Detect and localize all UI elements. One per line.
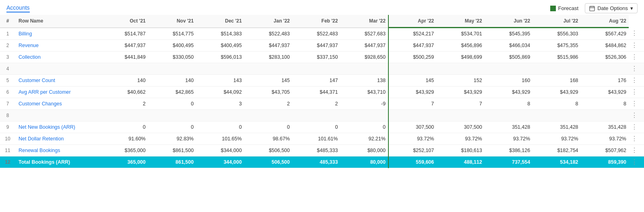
row-value: $43,710 [340, 86, 388, 98]
row-actions[interactable]: ⋮ [629, 110, 644, 121]
date-options-label: Date Options [597, 5, 628, 11]
row-value: 351,428 [533, 121, 580, 133]
row-actions[interactable]: ⋮ [629, 40, 644, 51]
row-value: $861,500 [148, 145, 196, 156]
row-value: $514,383 [196, 28, 244, 40]
kebab-menu-button[interactable]: ⋮ [629, 76, 640, 84]
row-name[interactable]: Total Bookings (ARR) [15, 156, 100, 168]
accounts-link[interactable]: Accounts [6, 4, 30, 12]
row-value: 80,000 [340, 156, 388, 168]
row-value: $498,699 [436, 51, 484, 63]
row-name[interactable]: Billing [15, 28, 100, 40]
row-name-link[interactable]: Renewal Bookings [19, 148, 60, 153]
row-name-link[interactable]: Net New Bookings (ARR) [19, 124, 75, 130]
row-value [292, 63, 340, 75]
row-value [581, 110, 629, 121]
row-name-link[interactable]: Revenue [19, 43, 39, 48]
kebab-menu-button[interactable]: ⋮ [629, 146, 640, 154]
table-row: 5Customer Count1401401431451471381451521… [0, 75, 644, 86]
row-name[interactable]: Avg ARR per Customer [15, 86, 100, 98]
kebab-menu-button[interactable]: ⋮ [629, 135, 640, 143]
row-value: 488,112 [436, 156, 484, 168]
row-value: 8 [581, 98, 629, 110]
row-number: 9 [0, 121, 15, 133]
row-number: 7 [0, 98, 15, 110]
row-value [100, 63, 148, 75]
row-value [244, 110, 292, 121]
date-options-button[interactable]: Date Options ▾ [585, 3, 638, 13]
col-oct21: Oct '21 [100, 15, 148, 28]
forecast-badge: Forecast [550, 5, 579, 11]
row-actions[interactable]: ⋮ [629, 28, 644, 40]
row-value [148, 63, 196, 75]
row-name-link[interactable]: Customer Count [19, 78, 55, 83]
row-name-link[interactable]: Total Bookings (ARR) [19, 159, 70, 165]
data-table: # Row Name Oct '21 Nov '21 Dec '21 Jan '… [0, 15, 644, 168]
row-value: $522,483 [292, 28, 340, 40]
row-value: 143 [196, 75, 244, 86]
row-actions[interactable]: ⋮ [629, 133, 644, 145]
row-name-link[interactable]: Avg ARR per Customer [19, 89, 71, 95]
row-value: $386,126 [485, 145, 533, 156]
row-value: 101.61% [292, 133, 340, 145]
row-actions[interactable]: ⋮ [629, 51, 644, 63]
row-value: 93.72% [388, 133, 436, 145]
row-actions[interactable]: ⋮ [629, 156, 644, 168]
row-actions[interactable]: ⋮ [629, 98, 644, 110]
row-number: 3 [0, 51, 15, 63]
row-value: 3 [196, 98, 244, 110]
row-name[interactable]: Revenue [15, 40, 100, 51]
row-number: 10 [0, 133, 15, 145]
row-value: 7 [436, 98, 484, 110]
row-name-link[interactable]: Net Dollar Retention [19, 136, 64, 142]
kebab-menu-button[interactable]: ⋮ [629, 53, 640, 61]
header-bar: Accounts Forecast Date Options ▾ [0, 0, 644, 15]
row-value: $596,013 [196, 51, 244, 63]
row-name-link[interactable]: Billing [19, 31, 32, 37]
row-name[interactable]: Renewal Bookings [15, 145, 100, 156]
row-actions[interactable]: ⋮ [629, 145, 644, 156]
kebab-menu-button[interactable]: ⋮ [629, 29, 640, 37]
row-name[interactable]: Customer Changes [15, 98, 100, 110]
col-mar22: Mar '22 [340, 15, 388, 28]
row-actions[interactable]: ⋮ [629, 63, 644, 75]
col-nov21: Nov '21 [148, 15, 196, 28]
kebab-menu-button[interactable]: ⋮ [629, 88, 640, 96]
kebab-menu-button[interactable]: ⋮ [629, 158, 640, 166]
row-actions[interactable]: ⋮ [629, 121, 644, 133]
kebab-menu-button[interactable]: ⋮ [629, 111, 640, 119]
row-name[interactable]: Net Dollar Retention [15, 133, 100, 145]
row-value: $527,683 [340, 28, 388, 40]
header-right: Forecast Date Options ▾ [550, 3, 638, 13]
table-row: 1Billing$514,787$514,775$514,383$522,483… [0, 28, 644, 40]
row-value: 559,606 [388, 156, 436, 168]
row-value [533, 110, 580, 121]
row-name[interactable]: Customer Count [15, 75, 100, 86]
row-name-link[interactable]: Customer Changes [19, 101, 62, 107]
row-value: $456,896 [436, 40, 484, 51]
row-value: $524,217 [388, 28, 436, 40]
row-value: $507,962 [581, 145, 629, 156]
row-value: 160 [485, 75, 533, 86]
col-feb22: Feb '22 [292, 15, 340, 28]
row-value: 365,000 [100, 156, 148, 168]
row-value [533, 63, 580, 75]
row-value [100, 110, 148, 121]
row-actions[interactable]: ⋮ [629, 75, 644, 86]
row-value: $447,937 [388, 40, 436, 51]
kebab-menu-button[interactable]: ⋮ [629, 41, 640, 49]
kebab-menu-button[interactable]: ⋮ [629, 65, 640, 73]
kebab-menu-button[interactable]: ⋮ [629, 100, 640, 108]
kebab-menu-button[interactable]: ⋮ [629, 123, 640, 131]
row-value: $447,937 [244, 40, 292, 51]
row-actions[interactable]: ⋮ [629, 86, 644, 98]
row-name[interactable]: Net New Bookings (ARR) [15, 121, 100, 133]
row-value [148, 110, 196, 121]
row-value [436, 110, 484, 121]
row-value [340, 63, 388, 75]
row-name[interactable]: Collection [15, 51, 100, 63]
row-value: $365,000 [100, 145, 148, 156]
row-name-link[interactable]: Collection [19, 54, 41, 60]
row-value: $40,662 [100, 86, 148, 98]
row-value: $252,107 [388, 145, 436, 156]
